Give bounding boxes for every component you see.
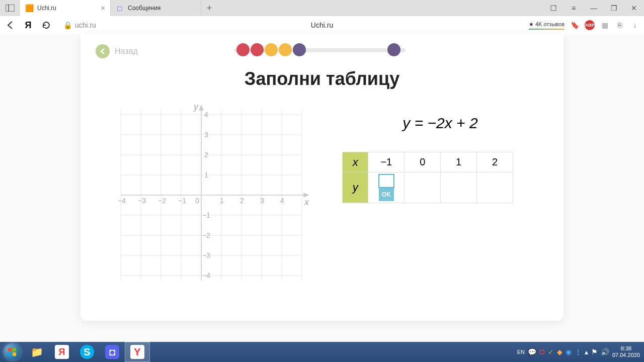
page-content: Назад Заполни таблицу xyxy=(0,34,644,342)
task-title: Заполни таблицу xyxy=(96,68,548,89)
windows-logo-icon xyxy=(4,343,21,360)
tray-app2-icon[interactable]: ◉ xyxy=(566,348,572,356)
folder-icon: 📁 xyxy=(30,345,44,359)
tray-bluetooth-icon[interactable]: ⋮ xyxy=(575,348,582,356)
xy-table: x −1 0 1 2 y OK xyxy=(342,152,513,203)
progress-dot xyxy=(265,43,278,56)
browser-chrome: 🟧 Uchi.ru × ◻ Сообщения + ≡ — ❐ ✕ Я 🔒 uc… xyxy=(0,0,644,34)
svg-text:−1: −1 xyxy=(202,211,210,219)
svg-text:−1: −1 xyxy=(178,197,186,205)
progress-dots xyxy=(236,43,400,56)
maximize-button[interactable]: ❐ xyxy=(604,0,624,16)
tab-strip: 🟧 Uchi.ru × ◻ Сообщения + ≡ — ❐ ✕ xyxy=(0,0,644,16)
table-row-x: x −1 0 1 2 xyxy=(343,152,513,172)
reviews-badge[interactable]: ★ 4K отзывов xyxy=(529,21,565,30)
skype-icon: S xyxy=(80,345,94,359)
pin-button[interactable] xyxy=(543,0,564,16)
taskbar-item-browser[interactable]: Y xyxy=(125,342,150,362)
svg-text:−3: −3 xyxy=(138,197,146,205)
svg-text:−3: −3 xyxy=(202,251,210,259)
card-header: Назад xyxy=(96,44,548,58)
window-controls: ≡ — ❐ ✕ xyxy=(543,0,644,16)
language-indicator[interactable]: EN xyxy=(517,349,525,355)
address-bar-right: ★ 4K отзывов 🔖 ABP ▦ ⎘ ↓ xyxy=(529,20,640,30)
address-bar: Я 🔒 uchi.ru Uchi.ru ★ 4K отзывов 🔖 ABP ▦… xyxy=(0,16,644,34)
y-header: y xyxy=(343,172,368,203)
taskbar-item-explorer[interactable]: 📁 xyxy=(24,342,49,362)
yandex-icon: Я xyxy=(55,345,69,359)
tray-chevron-up-icon[interactable]: ▴ xyxy=(585,348,588,356)
progress-dot xyxy=(251,43,264,56)
x-value-cell: 2 xyxy=(477,152,513,172)
svg-text:3: 3 xyxy=(204,131,208,139)
x-header: x xyxy=(343,152,368,172)
url-display[interactable]: 🔒 uchi.ru xyxy=(63,21,96,29)
back-label: Назад xyxy=(115,47,138,56)
ok-button[interactable]: OK xyxy=(379,188,394,201)
tab-title: Сообщения xyxy=(128,5,160,12)
translate-icon[interactable]: ⎘ xyxy=(615,20,625,30)
close-window-button[interactable]: ✕ xyxy=(624,0,644,16)
svg-rect-43 xyxy=(8,352,12,356)
tab-uchi[interactable]: 🟧 Uchi.ru × xyxy=(20,0,111,16)
adblock-icon[interactable]: ABP xyxy=(585,20,595,30)
x-value-cell: 1 xyxy=(441,152,477,172)
new-tab-button[interactable]: + xyxy=(201,0,217,16)
progress-dot xyxy=(279,43,292,56)
svg-rect-42 xyxy=(13,348,16,351)
y-value-input[interactable] xyxy=(378,174,394,188)
clock-time: 8:38 xyxy=(612,345,640,352)
svg-rect-41 xyxy=(8,348,12,351)
svg-text:2: 2 xyxy=(240,197,244,205)
chevron-left-icon xyxy=(96,44,110,58)
svg-text:0: 0 xyxy=(195,197,199,205)
y-value-cell xyxy=(405,172,441,203)
back-button[interactable] xyxy=(4,19,16,31)
discord-icon: ◘ xyxy=(105,345,119,359)
tab-messages[interactable]: ◻ Сообщения xyxy=(111,0,201,16)
tray-shield-icon[interactable]: ✓ xyxy=(548,348,554,356)
tray-chat-icon[interactable]: 💬 xyxy=(528,348,536,356)
svg-rect-0 xyxy=(6,5,15,12)
clock-date: 07.04.2020 xyxy=(612,352,640,358)
task-right-panel: y = −2x + 2 x −1 0 1 2 y OK xyxy=(342,100,538,291)
yandex-browser-icon: Y xyxy=(130,345,144,359)
y-input-cell: OK xyxy=(368,172,405,203)
lesson-back-button[interactable]: Назад xyxy=(96,44,138,58)
taskbar-clock[interactable]: 8:38 07.04.2020 xyxy=(612,345,640,358)
task-body: 4 3 2 1 0 −1 −2 −3 −4 −4 −3 −2 −1 1 2 3 xyxy=(96,100,548,291)
taskbar-item-yandex[interactable]: Я xyxy=(49,342,74,362)
yandex-home-button[interactable]: Я xyxy=(22,19,34,31)
tray-app-icon[interactable]: ◆ xyxy=(557,348,562,356)
progress-dot-end xyxy=(387,43,400,56)
taskbar: 📁 Я S ◘ Y EN 💬 O ✓ ◆ ◉ ⋮ ▴ ⚑ 🔊 8:38 07.0… xyxy=(0,342,644,362)
tab-title: Uchi.ru xyxy=(37,5,56,12)
svg-text:x: x xyxy=(304,197,309,207)
start-button[interactable] xyxy=(0,342,24,362)
svg-text:−2: −2 xyxy=(202,231,210,239)
menu-button[interactable]: ≡ xyxy=(564,0,584,16)
system-tray: EN 💬 O ✓ ◆ ◉ ⋮ ▴ ⚑ 🔊 8:38 07.04.2020 xyxy=(517,345,644,358)
close-icon[interactable]: × xyxy=(101,4,105,12)
minimize-button[interactable]: — xyxy=(584,0,604,16)
progress-dot xyxy=(293,43,306,56)
tab-favicon-uchi: 🟧 xyxy=(25,4,33,12)
url-text: uchi.ru xyxy=(75,21,96,29)
tray-volume-icon[interactable]: 🔊 xyxy=(601,348,609,356)
x-value-cell: −1 xyxy=(368,152,405,172)
reload-button[interactable] xyxy=(40,19,52,31)
equation-display: y = −2x + 2 xyxy=(342,115,538,132)
extension-icon[interactable]: ▦ xyxy=(600,20,610,30)
tab-favicon-discord: ◻ xyxy=(116,4,124,12)
tray-opera-icon[interactable]: O xyxy=(539,348,545,356)
svg-text:y: y xyxy=(193,102,199,112)
taskbar-item-skype[interactable]: S xyxy=(74,342,100,362)
x-value-cell: 0 xyxy=(405,152,441,172)
svg-text:1: 1 xyxy=(220,197,224,205)
coordinate-grid: 4 3 2 1 0 −1 −2 −3 −4 −4 −3 −2 −1 1 2 3 xyxy=(106,100,317,291)
download-icon[interactable]: ↓ xyxy=(630,20,640,30)
taskbar-item-discord[interactable]: ◘ xyxy=(100,342,125,362)
sidebar-toggle-button[interactable] xyxy=(0,0,20,16)
tray-flag-icon[interactable]: ⚑ xyxy=(591,348,598,356)
bookmark-icon[interactable]: 🔖 xyxy=(570,20,580,30)
